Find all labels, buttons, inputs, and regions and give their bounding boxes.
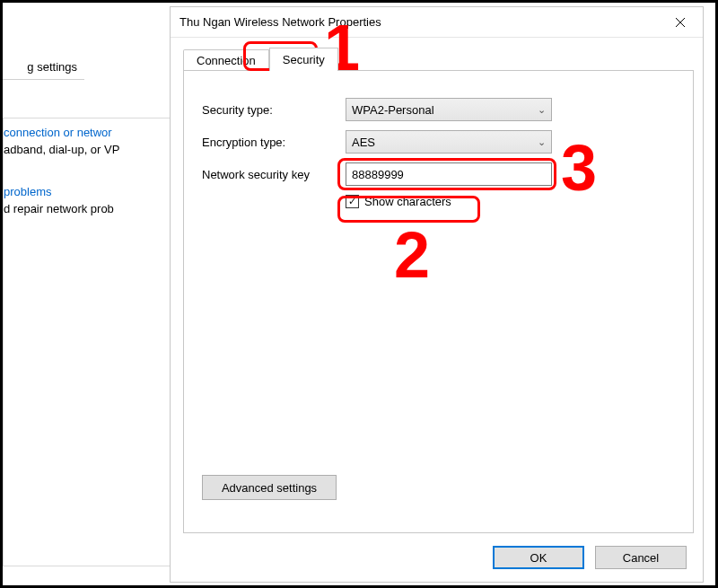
background-box: connection or networ adband, dial-up, or… <box>3 118 182 566</box>
encryption-type-label: Encryption type: <box>202 136 346 149</box>
background-heading: g settings <box>3 58 84 80</box>
cancel-button[interactable]: Cancel <box>595 546 687 569</box>
show-characters-label: Show characters <box>364 195 451 208</box>
network-key-input[interactable] <box>346 162 552 186</box>
security-type-value: WPA2-Personal <box>352 103 434 117</box>
security-type-label: Security type: <box>202 103 346 117</box>
show-characters-checkbox[interactable]: ✓ <box>346 195 359 208</box>
dialog-button-row: OK Cancel <box>171 533 703 582</box>
tab-connection[interactable]: Connection <box>183 49 269 71</box>
chevron-down-icon: ⌄ <box>538 104 546 116</box>
encryption-type-value: AES <box>352 136 375 149</box>
close-icon <box>675 17 686 28</box>
chevron-down-icon: ⌄ <box>538 136 546 148</box>
tab-content-security: Security type: WPA2-Personal ⌄ Encryptio… <box>183 70 694 533</box>
bg-text-repair: d repair network prob <box>4 198 114 219</box>
tab-strip: Connection Security <box>183 47 694 70</box>
security-type-dropdown[interactable]: WPA2-Personal ⌄ <box>346 98 552 121</box>
close-button[interactable] <box>658 7 703 38</box>
advanced-settings-button[interactable]: Advanced settings <box>202 475 337 500</box>
network-key-label: Network security key <box>202 168 346 181</box>
bg-text-broadband: adband, dial-up, or VP <box>4 139 119 160</box>
ok-button[interactable]: OK <box>493 546 584 569</box>
encryption-type-dropdown[interactable]: AES ⌄ <box>346 130 552 154</box>
tab-security[interactable]: Security <box>269 48 338 71</box>
dialog-titlebar: Thu Ngan Wireless Network Properties <box>171 7 703 38</box>
dialog-title: Thu Ngan Wireless Network Properties <box>180 15 381 29</box>
wireless-properties-dialog: Thu Ngan Wireless Network Properties Con… <box>170 6 704 583</box>
